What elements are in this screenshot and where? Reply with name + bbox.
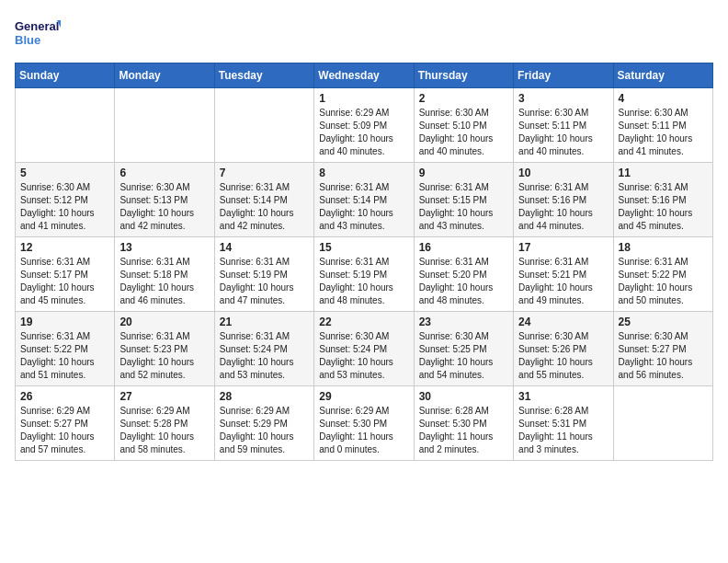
calendar-cell: 21Sunrise: 6:31 AM Sunset: 5:24 PM Dayli… (214, 312, 313, 386)
day-number: 7 (220, 167, 309, 179)
day-number: 4 (619, 92, 708, 105)
day-info: Sunrise: 6:29 AM Sunset: 5:28 PM Dayligh… (119, 405, 209, 456)
calendar-cell: 7Sunrise: 6:31 AM Sunset: 5:14 PM Daylig… (214, 163, 313, 237)
day-info: Sunrise: 6:31 AM Sunset: 5:14 PM Dayligh… (319, 181, 408, 233)
day-number: 15 (319, 241, 408, 254)
calendar-cell: 26Sunrise: 6:29 AM Sunset: 5:27 PM Dayli… (16, 386, 115, 461)
day-number: 10 (518, 167, 608, 179)
calendar-cell: 2Sunrise: 6:30 AM Sunset: 5:10 PM Daylig… (414, 88, 513, 163)
weekday-header-monday: Monday (115, 63, 214, 88)
day-number: 28 (220, 390, 309, 403)
day-info: Sunrise: 6:31 AM Sunset: 5:16 PM Dayligh… (518, 181, 608, 233)
day-info: Sunrise: 6:30 AM Sunset: 5:26 PM Dayligh… (518, 330, 608, 382)
day-number: 1 (319, 92, 408, 105)
day-number: 17 (518, 241, 608, 254)
calendar-week-row: 19Sunrise: 6:31 AM Sunset: 5:22 PM Dayli… (16, 312, 713, 386)
day-info: Sunrise: 6:31 AM Sunset: 5:21 PM Dayligh… (518, 256, 608, 307)
calendar-cell: 3Sunrise: 6:30 AM Sunset: 5:11 PM Daylig… (514, 88, 613, 163)
day-info: Sunrise: 6:31 AM Sunset: 5:15 PM Dayligh… (419, 181, 508, 233)
day-info: Sunrise: 6:31 AM Sunset: 5:14 PM Dayligh… (220, 181, 309, 233)
calendar-cell: 24Sunrise: 6:30 AM Sunset: 5:26 PM Dayli… (514, 312, 613, 386)
day-info: Sunrise: 6:30 AM Sunset: 5:12 PM Dayligh… (20, 181, 109, 233)
day-number: 14 (220, 241, 309, 254)
day-number: 3 (518, 92, 608, 105)
day-info: Sunrise: 6:31 AM Sunset: 5:19 PM Dayligh… (319, 256, 408, 307)
svg-text:General: General (15, 19, 59, 33)
day-info: Sunrise: 6:30 AM Sunset: 5:13 PM Dayligh… (119, 181, 209, 233)
calendar-cell: 8Sunrise: 6:31 AM Sunset: 5:14 PM Daylig… (314, 163, 414, 237)
day-number: 31 (518, 390, 608, 403)
calendar-cell: 14Sunrise: 6:31 AM Sunset: 5:19 PM Dayli… (214, 237, 313, 312)
weekday-header-friday: Friday (514, 63, 613, 88)
day-number: 8 (319, 167, 408, 179)
day-number: 18 (619, 241, 708, 254)
day-info: Sunrise: 6:30 AM Sunset: 5:25 PM Dayligh… (419, 330, 508, 382)
calendar-cell: 5Sunrise: 6:30 AM Sunset: 5:12 PM Daylig… (16, 163, 115, 237)
calendar-cell: 30Sunrise: 6:28 AM Sunset: 5:30 PM Dayli… (414, 386, 513, 461)
calendar-table: SundayMondayTuesdayWednesdayThursdayFrid… (15, 63, 713, 461)
day-number: 26 (20, 390, 109, 403)
calendar-cell: 23Sunrise: 6:30 AM Sunset: 5:25 PM Dayli… (414, 312, 513, 386)
day-number: 16 (419, 241, 508, 254)
calendar-cell: 17Sunrise: 6:31 AM Sunset: 5:21 PM Dayli… (514, 237, 613, 312)
day-number: 13 (119, 241, 209, 254)
logo-svg: General Blue (15, 15, 61, 52)
calendar-cell: 12Sunrise: 6:31 AM Sunset: 5:17 PM Dayli… (16, 237, 115, 312)
day-number: 20 (119, 316, 209, 328)
day-info: Sunrise: 6:29 AM Sunset: 5:27 PM Dayligh… (20, 405, 109, 456)
day-info: Sunrise: 6:31 AM Sunset: 5:17 PM Dayligh… (20, 256, 109, 307)
calendar-header-row: SundayMondayTuesdayWednesdayThursdayFrid… (16, 63, 713, 88)
day-number: 30 (419, 390, 508, 403)
day-info: Sunrise: 6:31 AM Sunset: 5:16 PM Dayligh… (619, 181, 708, 233)
calendar-cell (16, 88, 115, 163)
calendar-cell (214, 88, 313, 163)
calendar-cell: 28Sunrise: 6:29 AM Sunset: 5:29 PM Dayli… (214, 386, 313, 461)
calendar-cell: 6Sunrise: 6:30 AM Sunset: 5:13 PM Daylig… (115, 163, 214, 237)
day-number: 29 (319, 390, 408, 403)
day-number: 22 (319, 316, 408, 328)
calendar-cell: 10Sunrise: 6:31 AM Sunset: 5:16 PM Dayli… (514, 163, 613, 237)
calendar-cell: 15Sunrise: 6:31 AM Sunset: 5:19 PM Dayli… (314, 237, 414, 312)
day-number: 19 (20, 316, 109, 328)
weekday-header-wednesday: Wednesday (314, 63, 414, 88)
weekday-header-thursday: Thursday (414, 63, 513, 88)
day-info: Sunrise: 6:30 AM Sunset: 5:27 PM Dayligh… (619, 330, 708, 382)
calendar-week-row: 5Sunrise: 6:30 AM Sunset: 5:12 PM Daylig… (16, 163, 713, 237)
day-info: Sunrise: 6:28 AM Sunset: 5:30 PM Dayligh… (419, 405, 508, 456)
weekday-header-sunday: Sunday (16, 63, 115, 88)
day-info: Sunrise: 6:30 AM Sunset: 5:24 PM Dayligh… (319, 330, 408, 382)
calendar-cell: 13Sunrise: 6:31 AM Sunset: 5:18 PM Dayli… (115, 237, 214, 312)
calendar-cell: 1Sunrise: 6:29 AM Sunset: 5:09 PM Daylig… (314, 88, 414, 163)
day-info: Sunrise: 6:31 AM Sunset: 5:24 PM Dayligh… (220, 330, 309, 382)
calendar-cell: 9Sunrise: 6:31 AM Sunset: 5:15 PM Daylig… (414, 163, 513, 237)
day-number: 23 (419, 316, 508, 328)
day-number: 24 (518, 316, 608, 328)
calendar-cell: 29Sunrise: 6:29 AM Sunset: 5:30 PM Dayli… (314, 386, 414, 461)
calendar-cell: 31Sunrise: 6:28 AM Sunset: 5:31 PM Dayli… (514, 386, 613, 461)
calendar-week-row: 1Sunrise: 6:29 AM Sunset: 5:09 PM Daylig… (16, 88, 713, 163)
day-info: Sunrise: 6:31 AM Sunset: 5:18 PM Dayligh… (119, 256, 209, 307)
calendar-cell: 4Sunrise: 6:30 AM Sunset: 5:11 PM Daylig… (613, 88, 712, 163)
page-header: General Blue (15, 15, 713, 52)
calendar-cell: 25Sunrise: 6:30 AM Sunset: 5:27 PM Dayli… (613, 312, 712, 386)
calendar-cell: 18Sunrise: 6:31 AM Sunset: 5:22 PM Dayli… (613, 237, 712, 312)
calendar-cell: 22Sunrise: 6:30 AM Sunset: 5:24 PM Dayli… (314, 312, 414, 386)
day-info: Sunrise: 6:30 AM Sunset: 5:10 PM Dayligh… (419, 107, 508, 158)
day-info: Sunrise: 6:31 AM Sunset: 5:20 PM Dayligh… (419, 256, 508, 307)
day-info: Sunrise: 6:29 AM Sunset: 5:29 PM Dayligh… (220, 405, 309, 456)
calendar-week-row: 26Sunrise: 6:29 AM Sunset: 5:27 PM Dayli… (16, 386, 713, 461)
day-info: Sunrise: 6:31 AM Sunset: 5:22 PM Dayligh… (20, 330, 109, 382)
calendar-cell (115, 88, 214, 163)
day-number: 27 (119, 390, 209, 403)
day-number: 2 (419, 92, 508, 105)
calendar-cell: 16Sunrise: 6:31 AM Sunset: 5:20 PM Dayli… (414, 237, 513, 312)
day-number: 25 (619, 316, 708, 328)
day-info: Sunrise: 6:29 AM Sunset: 5:30 PM Dayligh… (319, 405, 408, 456)
day-number: 11 (619, 167, 708, 179)
calendar-week-row: 12Sunrise: 6:31 AM Sunset: 5:17 PM Dayli… (16, 237, 713, 312)
calendar-cell: 27Sunrise: 6:29 AM Sunset: 5:28 PM Dayli… (115, 386, 214, 461)
calendar-cell: 20Sunrise: 6:31 AM Sunset: 5:23 PM Dayli… (115, 312, 214, 386)
day-number: 5 (20, 167, 109, 179)
day-info: Sunrise: 6:30 AM Sunset: 5:11 PM Dayligh… (518, 107, 608, 158)
calendar-cell (613, 386, 712, 461)
